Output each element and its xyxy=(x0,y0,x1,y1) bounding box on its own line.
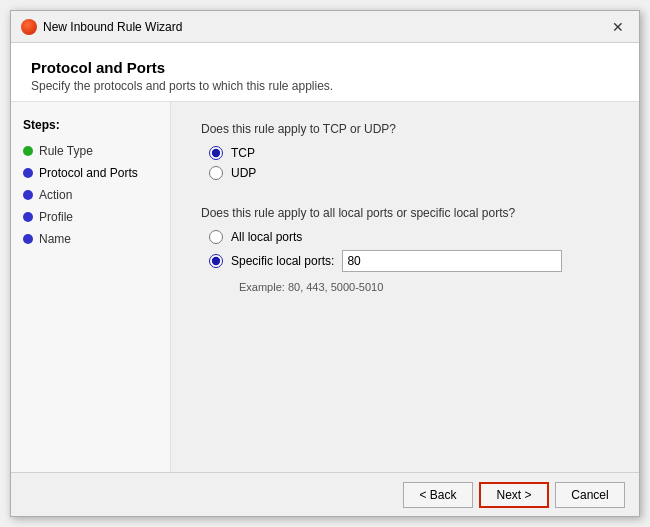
next-button[interactable]: Next > xyxy=(479,482,549,508)
page-subtitle: Specify the protocols and ports to which… xyxy=(31,79,619,93)
port-value-input[interactable]: 80 xyxy=(342,250,562,272)
title-bar-left: New Inbound Rule Wizard xyxy=(21,19,182,35)
sidebar-item-profile[interactable]: Profile xyxy=(11,206,170,228)
protocol-radio-group: TCP UDP xyxy=(209,146,609,180)
main-content: Does this rule apply to TCP or UDP? TCP … xyxy=(171,102,639,472)
sidebar-item-name[interactable]: Name xyxy=(11,228,170,250)
dot-icon-profile xyxy=(23,212,33,222)
protocol-section: Does this rule apply to TCP or UDP? TCP … xyxy=(201,122,609,180)
title-bar-text: New Inbound Rule Wizard xyxy=(43,20,182,34)
dot-icon-rule-type xyxy=(23,146,33,156)
specific-ports-radio[interactable] xyxy=(209,254,223,268)
port-example-text: Example: 80, 443, 5000-5010 xyxy=(239,281,609,293)
ports-section: Does this rule apply to all local ports … xyxy=(201,206,609,293)
firewall-icon xyxy=(21,19,37,35)
page-title: Protocol and Ports xyxy=(31,59,619,76)
cancel-button[interactable]: Cancel xyxy=(555,482,625,508)
ports-question: Does this rule apply to all local ports … xyxy=(201,206,609,220)
sidebar: Steps: Rule Type Protocol and Ports Acti… xyxy=(11,102,171,472)
dialog-window: New Inbound Rule Wizard ✕ Protocol and P… xyxy=(10,10,640,517)
all-ports-radio[interactable] xyxy=(209,230,223,244)
dot-icon-action xyxy=(23,190,33,200)
body-wrapper: Steps: Rule Type Protocol and Ports Acti… xyxy=(11,102,639,472)
sidebar-label-protocol-ports: Protocol and Ports xyxy=(39,166,138,180)
ports-radio-group: All local ports Specific local ports: 80… xyxy=(209,230,609,293)
udp-radio[interactable] xyxy=(209,166,223,180)
sidebar-label-name: Name xyxy=(39,232,71,246)
sidebar-header: Steps: xyxy=(11,114,170,140)
udp-label[interactable]: UDP xyxy=(231,166,256,180)
sidebar-item-action[interactable]: Action xyxy=(11,184,170,206)
tcp-radio[interactable] xyxy=(209,146,223,160)
specific-ports-label[interactable]: Specific local ports: xyxy=(231,254,334,268)
tcp-label[interactable]: TCP xyxy=(231,146,255,160)
sidebar-label-profile: Profile xyxy=(39,210,73,224)
sidebar-label-action: Action xyxy=(39,188,72,202)
back-button[interactable]: < Back xyxy=(403,482,473,508)
sidebar-item-rule-type[interactable]: Rule Type xyxy=(11,140,170,162)
all-ports-label[interactable]: All local ports xyxy=(231,230,302,244)
footer: < Back Next > Cancel xyxy=(11,472,639,516)
sidebar-label-rule-type: Rule Type xyxy=(39,144,93,158)
dialog-header: Protocol and Ports Specify the protocols… xyxy=(11,43,639,102)
specific-ports-radio-row: Specific local ports: 80 xyxy=(209,250,609,272)
protocol-question: Does this rule apply to TCP or UDP? xyxy=(201,122,609,136)
dot-icon-protocol-ports xyxy=(23,168,33,178)
tcp-radio-row: TCP xyxy=(209,146,609,160)
udp-radio-row: UDP xyxy=(209,166,609,180)
dot-icon-name xyxy=(23,234,33,244)
sidebar-item-protocol-ports[interactable]: Protocol and Ports xyxy=(11,162,170,184)
close-button[interactable]: ✕ xyxy=(607,16,629,38)
title-bar: New Inbound Rule Wizard ✕ xyxy=(11,11,639,43)
all-ports-radio-row: All local ports xyxy=(209,230,609,244)
